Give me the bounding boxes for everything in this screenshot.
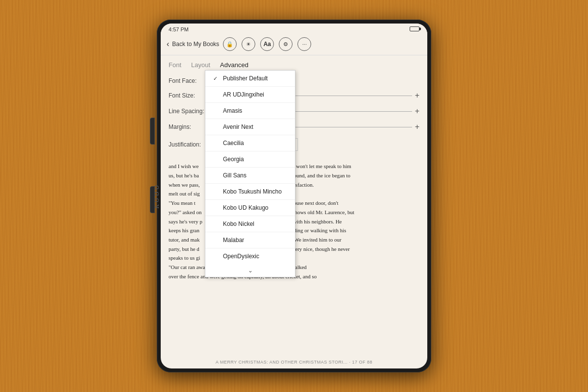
back-arrow-icon bbox=[167, 40, 169, 49]
gear-icon: ⚙ bbox=[283, 41, 288, 48]
margins-plus-button[interactable]: + bbox=[415, 122, 419, 131]
font-option-kobo-tsukushi-mincho[interactable]: Kobo Tsukushi Mincho bbox=[205, 184, 295, 200]
font-option-label: OpenDyslexic bbox=[223, 253, 259, 260]
font-option-opendyslexic[interactable]: OpenDyslexic bbox=[205, 248, 295, 264]
chevron-down-icon: ⌄ bbox=[248, 267, 253, 274]
font-icon-button[interactable]: Aa bbox=[260, 37, 274, 51]
font-option-georgia[interactable]: Georgia bbox=[205, 151, 295, 168]
font-option-label: Malabar bbox=[223, 237, 244, 244]
more-icon-button[interactable]: ··· bbox=[297, 37, 311, 51]
ellipsis-icon: ··· bbox=[302, 41, 307, 47]
settings-icon-button[interactable]: ⚙ bbox=[279, 37, 293, 51]
brightness-icon: ☀ bbox=[246, 41, 251, 48]
lock-icon-button[interactable]: 🔒 bbox=[223, 37, 237, 51]
font-option-label: Kobo UD Kakugo bbox=[223, 204, 269, 211]
font-option-label: Kobo Nickel bbox=[223, 220, 254, 227]
book-title-footer: A MERRY CHRISTMAS: AND OTHER CHRISTMAS S… bbox=[216, 360, 372, 365]
font-option-publisher-default[interactable]: ✓Publisher Default bbox=[205, 71, 295, 87]
font-options-list: ✓Publisher DefaultAR UDJingxiheiAmasisAv… bbox=[205, 71, 295, 264]
font-size-plus-button[interactable]: + bbox=[415, 91, 419, 100]
kobo-device: kobo 4:57 PM Back to My Books 🔒 bbox=[157, 20, 431, 372]
font-option-gill-sans[interactable]: Gill Sans bbox=[205, 168, 295, 184]
line-spacing-plus-button[interactable]: + bbox=[415, 107, 419, 116]
font-option-label: Georgia bbox=[223, 156, 244, 163]
status-time: 4:57 PM bbox=[169, 26, 189, 32]
font-option-avenir-next[interactable]: Avenir Next bbox=[205, 119, 295, 135]
tab-font[interactable]: Font bbox=[169, 61, 181, 72]
font-option-amasis[interactable]: Amasis bbox=[205, 103, 295, 119]
font-option-malabar[interactable]: Malabar bbox=[205, 232, 295, 248]
status-bar: 4:57 PM bbox=[161, 24, 427, 35]
font-dropdown: ✓Publisher DefaultAR UDJingxiheiAmasisAv… bbox=[205, 70, 295, 277]
page-turn-button-bottom[interactable] bbox=[150, 186, 155, 213]
font-aa-icon: Aa bbox=[264, 41, 271, 48]
checkmark-icon: ✓ bbox=[213, 75, 219, 82]
font-option-label: Amasis bbox=[223, 107, 242, 114]
font-option-caecilia[interactable]: Caecilia bbox=[205, 135, 295, 151]
font-option-label: Caecilia bbox=[223, 140, 244, 147]
lock-icon: 🔒 bbox=[226, 41, 233, 48]
dropdown-scroll-down[interactable]: ⌄ bbox=[205, 264, 295, 277]
font-option-label: Publisher Default bbox=[223, 75, 268, 82]
page-turn-button-top[interactable] bbox=[150, 118, 155, 145]
font-option-label: Kobo Tsukushi Mincho bbox=[223, 188, 282, 195]
nav-bar: Back to My Books 🔒 ☀ Aa ⚙ ··· bbox=[161, 35, 427, 55]
font-option-label: Gill Sans bbox=[223, 172, 246, 179]
nav-action-icons: 🔒 ☀ Aa ⚙ ··· bbox=[223, 37, 311, 51]
brightness-icon-button[interactable]: ☀ bbox=[242, 37, 255, 51]
battery-indicator bbox=[410, 26, 419, 32]
back-button[interactable]: Back to My Books bbox=[167, 40, 219, 49]
font-option-label: Avenir Next bbox=[223, 123, 253, 130]
device-screen: 4:57 PM Back to My Books 🔒 ☀ bbox=[161, 24, 427, 368]
font-option-label: AR UDJingxihei bbox=[223, 91, 264, 98]
book-footer: A MERRY CHRISTMAS: AND OTHER CHRISTMAS S… bbox=[161, 360, 427, 365]
back-label: Back to My Books bbox=[172, 41, 219, 48]
main-content-area: Font Layout Advanced Font Face: Font Siz… bbox=[161, 55, 427, 368]
font-option-kobo-nickel[interactable]: Kobo Nickel bbox=[205, 216, 295, 232]
font-option-kobo-ud-kakugo[interactable]: Kobo UD Kakugo bbox=[205, 200, 295, 216]
font-option-ar-udjingxihei[interactable]: AR UDJingxihei bbox=[205, 87, 295, 103]
